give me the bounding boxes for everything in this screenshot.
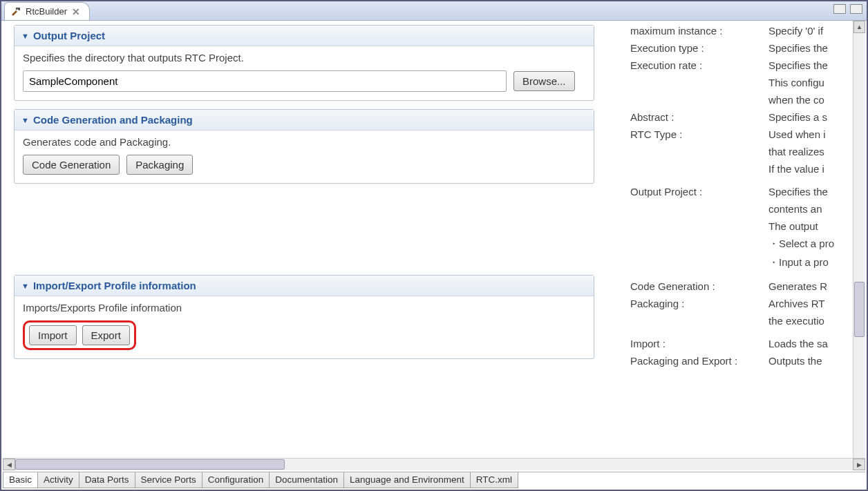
section-desc: Imports/Exports Profile information bbox=[23, 302, 585, 314]
hint-desc: Used when i bbox=[768, 128, 853, 140]
hint-desc: If the value i bbox=[768, 163, 853, 175]
editor-tab-rtcbuilder[interactable]: RtcBuilder ✕ bbox=[4, 2, 90, 20]
section-header-codegen[interactable]: ▼ Code Generation and Packaging bbox=[15, 110, 594, 131]
export-button[interactable]: Export bbox=[82, 325, 130, 345]
output-project-input[interactable] bbox=[23, 70, 507, 92]
section-output-project: ▼ Output Project Specifies the directory… bbox=[14, 25, 594, 101]
highlighted-buttons: Import Export bbox=[23, 320, 136, 350]
hint-label bbox=[630, 163, 768, 175]
section-title: Output Project bbox=[33, 30, 105, 41]
chevron-down-icon: ▼ bbox=[21, 116, 29, 124]
hint-desc: Specifies the bbox=[768, 186, 853, 198]
form-panel: ▼ Output Project Specifies the directory… bbox=[1, 21, 603, 470]
hint-desc: Specify '0' if bbox=[768, 25, 853, 37]
hint-row: the executio bbox=[630, 315, 867, 327]
hint-panel: maximum instance :Specify '0' ifExecutio… bbox=[603, 21, 867, 470]
packaging-button[interactable]: Packaging bbox=[126, 155, 193, 175]
bottom-tab-basic[interactable]: Basic bbox=[3, 472, 38, 488]
horizontal-scrollbar[interactable]: ◀ ▶ bbox=[3, 458, 865, 470]
bottom-tab-bar: BasicActivityData PortsService PortsConf… bbox=[3, 472, 865, 488]
hint-label: RTC Type : bbox=[630, 128, 768, 140]
hint-label: Abstract : bbox=[630, 111, 768, 123]
hint-row: Packaging and Export :Outputs the bbox=[630, 355, 867, 367]
hint-desc: Specifies the bbox=[768, 59, 853, 71]
hint-desc: Specifies a s bbox=[768, 111, 853, 123]
hint-row: ・Select a pro bbox=[630, 238, 867, 251]
hint-label bbox=[630, 77, 768, 88]
hint-row: Output Project :Specifies the bbox=[630, 186, 867, 198]
bottom-tab-data-ports[interactable]: Data Ports bbox=[79, 472, 135, 488]
hint-label: Execution type : bbox=[630, 42, 768, 54]
section-desc: Specifies the directory that outputs RTC… bbox=[23, 52, 585, 64]
chevron-down-icon: ▼ bbox=[21, 282, 29, 290]
section-header-profile[interactable]: ▼ Import/Export Profile information bbox=[15, 276, 594, 296]
browse-button[interactable]: Browse... bbox=[513, 71, 575, 91]
hint-desc: Archives RT bbox=[768, 298, 853, 309]
hint-row: ・Input a pro bbox=[630, 256, 867, 269]
hint-label bbox=[630, 94, 768, 106]
section-import-export: ▼ Import/Export Profile information Impo… bbox=[14, 275, 594, 359]
hint-row: Execution rate :Specifies the bbox=[630, 59, 867, 71]
code-generation-button[interactable]: Code Generation bbox=[23, 155, 120, 175]
hint-desc: The output bbox=[768, 220, 853, 232]
section-title: Import/Export Profile information bbox=[33, 280, 196, 291]
hint-label: Output Project : bbox=[630, 186, 768, 198]
section-desc: Generates code and Packaging. bbox=[23, 136, 585, 148]
hint-label: Import : bbox=[630, 338, 768, 349]
hint-row: Import :Loads the sa bbox=[630, 338, 867, 349]
hint-label bbox=[630, 256, 768, 269]
hint-label bbox=[630, 220, 768, 232]
bottom-tab-service-ports[interactable]: Service Ports bbox=[135, 472, 202, 488]
bottom-tab-language-and-environment[interactable]: Language and Environment bbox=[343, 472, 471, 488]
hint-label: Packaging : bbox=[630, 298, 768, 309]
hint-label: maximum instance : bbox=[630, 25, 768, 37]
hint-row: This configu bbox=[630, 77, 867, 88]
hint-desc: ・Input a pro bbox=[768, 256, 853, 269]
chevron-down-icon: ▼ bbox=[21, 32, 29, 40]
hint-label bbox=[630, 203, 768, 215]
section-codegen: ▼ Code Generation and Packaging Generate… bbox=[14, 109, 594, 184]
editor-tab-bar: RtcBuilder ✕ bbox=[1, 1, 867, 21]
hint-desc: Outputs the bbox=[768, 355, 853, 367]
close-icon[interactable]: ✕ bbox=[71, 7, 81, 17]
hint-label bbox=[630, 315, 768, 327]
minimize-view-icon[interactable] bbox=[833, 4, 846, 14]
hint-label: Packaging and Export : bbox=[630, 355, 768, 367]
scroll-left-arrow-icon[interactable]: ◀ bbox=[3, 459, 15, 470]
hint-label bbox=[630, 238, 768, 251]
scroll-up-arrow-icon[interactable]: ▲ bbox=[853, 21, 865, 33]
hint-desc: that realizes bbox=[768, 146, 853, 157]
section-header-output[interactable]: ▼ Output Project bbox=[15, 26, 594, 46]
hint-label bbox=[630, 146, 768, 157]
scroll-right-arrow-icon[interactable]: ▶ bbox=[853, 459, 865, 470]
hint-desc: when the co bbox=[768, 94, 853, 106]
hint-row: The output bbox=[630, 220, 867, 232]
hint-desc: the executio bbox=[768, 315, 853, 327]
hint-row: RTC Type :Used when i bbox=[630, 128, 867, 140]
hint-row: Execution type :Specifies the bbox=[630, 42, 867, 54]
hint-row: Packaging :Archives RT bbox=[630, 298, 867, 309]
hint-desc: Generates R bbox=[768, 280, 853, 292]
hammer-icon bbox=[10, 6, 21, 17]
maximize-view-icon[interactable] bbox=[850, 4, 862, 14]
hint-row: Abstract :Specifies a s bbox=[630, 111, 867, 123]
hint-row: Code Generation :Generates R bbox=[630, 280, 867, 292]
bottom-tab-configuration[interactable]: Configuration bbox=[202, 472, 270, 488]
hint-desc: Specifies the bbox=[768, 42, 853, 54]
hint-label: Execution rate : bbox=[630, 59, 768, 71]
bottom-tab-documentation[interactable]: Documentation bbox=[269, 472, 344, 488]
hscroll-thumb[interactable] bbox=[15, 459, 285, 470]
import-button[interactable]: Import bbox=[29, 325, 77, 345]
hint-row: maximum instance :Specify '0' if bbox=[630, 25, 867, 37]
scroll-thumb[interactable] bbox=[854, 282, 865, 337]
hint-desc: Loads the sa bbox=[768, 338, 853, 349]
view-controls bbox=[833, 4, 862, 14]
bottom-tab-rtc-xml[interactable]: RTC.xml bbox=[470, 472, 518, 488]
vertical-scrollbar[interactable]: ▲ ▼ bbox=[853, 21, 865, 470]
bottom-tab-activity[interactable]: Activity bbox=[37, 472, 79, 488]
hint-desc: contents an bbox=[768, 203, 853, 215]
hint-desc: ・Select a pro bbox=[768, 238, 853, 251]
hint-row: that realizes bbox=[630, 146, 867, 157]
hint-desc: This configu bbox=[768, 77, 853, 88]
hint-row: contents an bbox=[630, 203, 867, 215]
